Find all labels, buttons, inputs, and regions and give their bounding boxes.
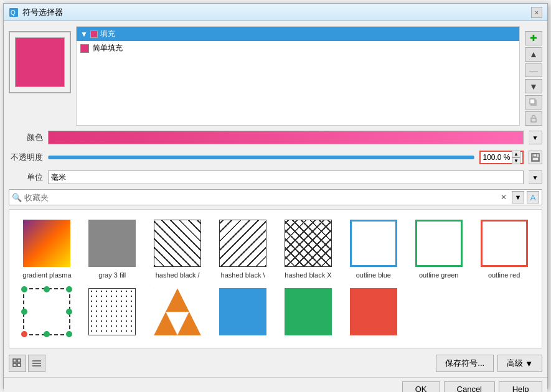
unit-select[interactable]: 毫米 — [48, 170, 524, 184]
main-content: ▼ 填充 简单填充 ✚ ▲ — ▼ — [4, 21, 547, 377]
outline-green-swatch — [415, 220, 463, 267]
unit-dropdown-button[interactable]: ▼ — [529, 170, 542, 184]
title-text: 符号选择器 — [22, 7, 63, 18]
triangle-fill-thumb — [153, 287, 202, 337]
search-dropdown-button[interactable]: ▼ — [512, 191, 524, 203]
gradient-plasma-thumb — [22, 218, 72, 268]
save-symbol-label: 保存符号... — [445, 358, 484, 369]
svg-rect-17 — [13, 359, 16, 362]
symbol-item-green-fill[interactable] — [276, 283, 341, 343]
layer-header: ▼ 填充 — [77, 27, 519, 41]
symbol-item-outline-red[interactable]: outline red — [471, 215, 537, 283]
layer-color-indicator — [90, 30, 98, 38]
hashed-slash-swatch — [154, 220, 201, 267]
svg-rect-3 — [530, 99, 535, 104]
symbol-item-gray-fill[interactable]: gray 3 fill — [80, 215, 145, 283]
svg-rect-4 — [531, 118, 536, 122]
hashed-backslash-label: hashed black \ — [221, 271, 265, 279]
opacity-value: 100.0 % — [483, 153, 511, 162]
preview-swatch — [15, 37, 65, 87]
outline-red-label: outline red — [488, 271, 520, 279]
opacity-slider[interactable] — [48, 151, 474, 164]
title-bar-left: Q 符号选择器 — [9, 7, 63, 18]
opacity-row: 不透明度 100.0 % ▲ ▼ — [9, 149, 542, 166]
search-clear-button[interactable]: ✕ — [498, 192, 509, 203]
layer-panel: ▼ 填充 简单填充 — [76, 26, 520, 126]
gradient-plasma-swatch — [23, 220, 70, 267]
outline-blue-label: outline blue — [356, 271, 391, 279]
symbol-item-gradient-plasma[interactable]: gradient plasma — [14, 215, 80, 283]
view-buttons — [9, 355, 45, 372]
opacity-spin-down[interactable]: ▼ — [512, 157, 520, 164]
opacity-spin-up[interactable]: ▲ — [512, 151, 520, 157]
layer-item-color — [80, 44, 89, 53]
opacity-spinner: ▲ ▼ — [512, 151, 520, 164]
save-opacity-button[interactable] — [529, 151, 542, 164]
symbol-item-red-fill[interactable] — [341, 283, 406, 343]
search-icon: 🔍 — [12, 193, 22, 202]
symbols-grid-wrap: gradient plasma gray 3 fill hashed black… — [9, 209, 542, 348]
svg-rect-20 — [17, 363, 21, 366]
svg-rect-19 — [13, 363, 16, 366]
layer-item[interactable]: 简单填充 — [77, 41, 519, 55]
title-bar: Q 符号选择器 × — [4, 4, 547, 21]
advanced-button[interactable]: 高级 ▼ — [497, 355, 542, 372]
symbol-item-outline-blue[interactable]: outline blue — [341, 215, 406, 283]
ok-button[interactable]: OK — [402, 381, 440, 392]
gray-fill-label: gray 3 fill — [98, 271, 126, 279]
symbol-item-hashed-x[interactable]: hashed black X — [276, 215, 341, 283]
symbol-item-hashed-slash[interactable]: hashed black / — [145, 215, 210, 283]
svg-rect-18 — [17, 359, 21, 362]
svg-rect-7 — [532, 157, 539, 161]
hashed-backslash-thumb — [218, 218, 268, 268]
move-up-button[interactable]: ▲ — [525, 47, 542, 62]
grid-icon — [12, 358, 22, 368]
outline-red-thumb — [479, 218, 529, 268]
hashed-x-label: hashed black X — [285, 271, 331, 279]
red-fill-swatch — [350, 288, 397, 335]
green-fill-thumb — [283, 287, 333, 337]
svg-text:Q: Q — [11, 9, 16, 16]
node-edit-thumb — [22, 287, 72, 337]
close-button[interactable]: × — [531, 7, 542, 18]
unit-label: 单位 — [9, 172, 43, 183]
unit-value: 毫米 — [51, 172, 66, 183]
symbol-item-node-edit[interactable] — [14, 283, 80, 343]
search-options-button[interactable]: A — [527, 191, 539, 203]
symbol-item-triangle-fill[interactable] — [145, 283, 210, 343]
lock-button[interactable] — [525, 111, 542, 126]
dotted-fill-swatch — [88, 288, 136, 335]
search-bar: 🔍 ✕ ▼ A — [9, 189, 542, 205]
opacity-value-box: 100.0 % ▲ ▼ — [479, 151, 524, 164]
symbol-item-dotted-fill[interactable] — [80, 283, 145, 343]
grid-view-button[interactable] — [9, 355, 26, 372]
symbol-item-blue-fill[interactable] — [210, 283, 276, 343]
advanced-dropdown-icon: ▼ — [525, 359, 533, 368]
properties-section: 颜色 ▼ 不透明度 100.0 % ▲ ▼ — [9, 129, 542, 185]
add-layer-button[interactable]: ✚ — [525, 31, 542, 45]
remove-layer-button[interactable]: — — [525, 63, 542, 78]
symbols-grid: gradient plasma gray 3 fill hashed black… — [9, 210, 542, 348]
cancel-button[interactable]: Cancel — [444, 381, 495, 392]
color-bar[interactable] — [48, 131, 524, 144]
copy-button[interactable] — [525, 95, 542, 110]
list-view-button[interactable] — [28, 355, 45, 372]
color-dropdown-button[interactable]: ▼ — [529, 131, 542, 144]
save-symbol-button[interactable]: 保存符号... — [436, 355, 494, 372]
layer-item-label: 简单填充 — [93, 43, 123, 54]
hashed-slash-label: hashed black / — [156, 271, 200, 279]
symbol-item-outline-green[interactable]: outline green — [406, 215, 471, 283]
app-icon: Q — [9, 7, 19, 17]
layer-header-label: 填充 — [100, 29, 115, 39]
move-down-button[interactable]: ▼ — [525, 79, 542, 93]
help-button[interactable]: Help — [499, 381, 542, 392]
symbol-selector-dialog: Q 符号选择器 × ▼ 填充 简单填充 — [3, 3, 548, 389]
symbol-item-hashed-backslash[interactable]: hashed black \ — [210, 215, 276, 283]
green-fill-swatch — [285, 288, 332, 335]
gray-fill-thumb — [87, 218, 137, 268]
outline-blue-swatch — [350, 220, 397, 267]
dialog-footer: OK Cancel Help — [4, 377, 547, 392]
search-input[interactable] — [24, 193, 496, 202]
gradient-plasma-label: gradient plasma — [22, 271, 71, 279]
top-section: ▼ 填充 简单填充 ✚ ▲ — ▼ — [9, 26, 542, 126]
